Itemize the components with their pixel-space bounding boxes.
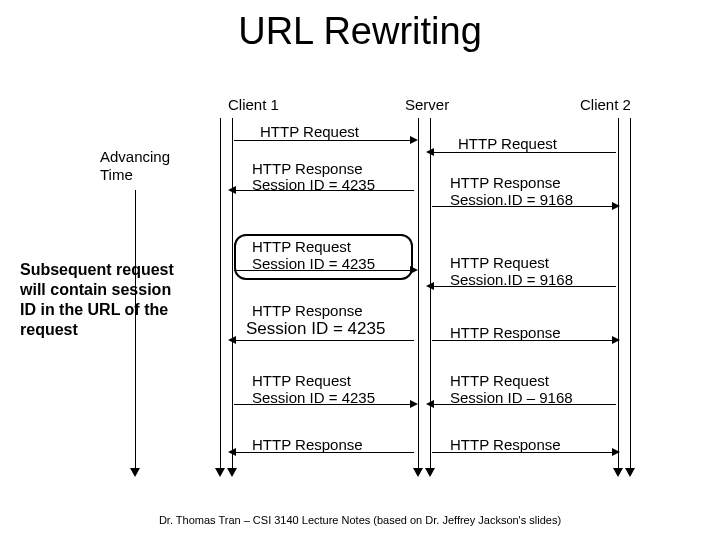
c2-res1-arrow [612, 202, 620, 210]
c2-req2-label: HTTP Request [450, 254, 549, 271]
client2-lifeline-b [630, 118, 631, 470]
advancing-label: Advancing [100, 148, 170, 165]
client1-arrow-a [215, 468, 225, 477]
c2-req3-arrow [426, 400, 434, 408]
c1-res2-arrow [228, 336, 236, 344]
c2-res1-sid: Session.ID = 9168 [450, 191, 573, 208]
c1-res2-line [234, 340, 414, 341]
server-label: Server [405, 96, 449, 113]
client1-arrow-b [227, 468, 237, 477]
c2-res1-label: HTTP Response [450, 174, 561, 191]
c1-req1-label: HTTP Request [260, 123, 359, 140]
client2-arrow-a [613, 468, 623, 477]
c1-res2-sid: Session ID = 4235 [246, 319, 385, 339]
server-arrow-b [425, 468, 435, 477]
server-arrow-a [413, 468, 423, 477]
c1-req3-sid: Session ID = 4235 [252, 389, 375, 406]
time-label: Time [100, 166, 133, 183]
c1-res2-label: HTTP Response [252, 302, 363, 319]
server-lifeline-b [430, 118, 431, 470]
c2-req2-sid: Session.ID = 9168 [450, 271, 573, 288]
c2-req2-arrow [426, 282, 434, 290]
c2-res3-arrow [612, 448, 620, 456]
client1-lifeline-b [232, 118, 233, 470]
c1-res1-arrow [228, 186, 236, 194]
c1-req3-label: HTTP Request [252, 372, 351, 389]
c1-res3-label: HTTP Response [252, 436, 363, 453]
server-lifeline-a [418, 118, 419, 470]
c1-req1-line [234, 140, 414, 141]
slide-title: URL Rewriting [0, 10, 720, 53]
c2-req3-label: HTTP Request [450, 372, 549, 389]
c2-res2-label: HTTP Response [450, 324, 561, 341]
c1-res3-arrow [228, 448, 236, 456]
client1-label: Client 1 [228, 96, 279, 113]
client1-lifeline-a [220, 118, 221, 470]
callout-box [234, 234, 413, 280]
c1-res1-label: HTTP Response [252, 160, 363, 177]
client2-arrow-b [625, 468, 635, 477]
c2-req1-label: HTTP Request [458, 135, 557, 152]
c1-req1-arrow [410, 136, 418, 144]
time-axis-arrow [130, 468, 140, 477]
client2-lifeline-a [618, 118, 619, 470]
c2-res3-label: HTTP Response [450, 436, 561, 453]
c2-req1-arrow [426, 148, 434, 156]
c2-req3-sid: Session ID – 9168 [450, 389, 573, 406]
footer-text: Dr. Thomas Tran – CSI 3140 Lecture Notes… [0, 514, 720, 526]
c1-res1-sid: Session ID = 4235 [252, 176, 375, 193]
slide: URL Rewriting Subsequent request will co… [0, 0, 720, 540]
c2-req1-line [432, 152, 616, 153]
c1-req3-arrow [410, 400, 418, 408]
c2-res2-arrow [612, 336, 620, 344]
sequence-diagram: Advancing Time Client 1 Server Client 2 … [140, 90, 700, 490]
client2-label: Client 2 [580, 96, 631, 113]
time-axis [135, 190, 136, 470]
